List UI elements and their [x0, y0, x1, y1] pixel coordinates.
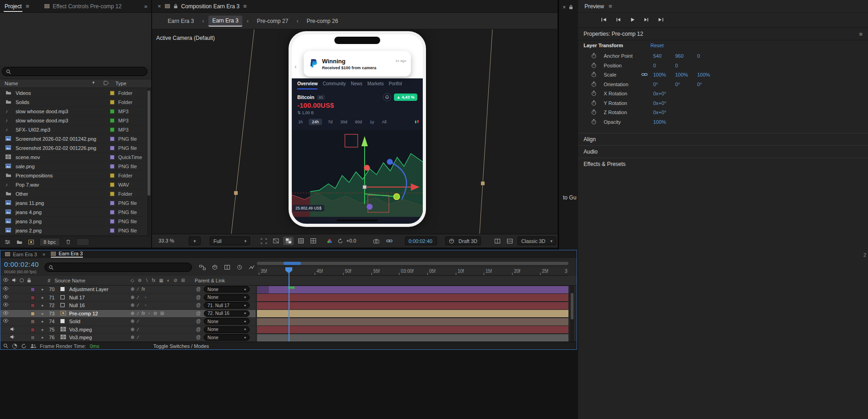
tab-effect-controls[interactable]: Effect Controls Pre-comp 12: [53, 3, 122, 10]
panel-menu-icon[interactable]: ≡: [609, 3, 612, 10]
refresh-icon[interactable]: [21, 343, 27, 349]
column-number[interactable]: #: [48, 278, 50, 283]
tab-project[interactable]: Project: [4, 1, 22, 12]
previous-frame-button[interactable]: [613, 16, 622, 23]
stretch-switch-icon[interactable]: ∕: [137, 327, 138, 332]
link-icon[interactable]: [641, 72, 648, 77]
timeline-tab[interactable]: Earn Era 3: [5, 252, 37, 257]
panel-menu-icon[interactable]: ≡: [859, 31, 863, 38]
eye-toggle[interactable]: [3, 319, 9, 323]
property-value[interactable]: 100%: [697, 72, 710, 77]
label-color-chip[interactable]: [110, 219, 115, 224]
range-pill[interactable]: 1h: [296, 119, 305, 125]
comp-timecode[interactable]: 0:00:02:40: [405, 237, 437, 245]
collapse-switch-icon[interactable]: ⊘: [153, 311, 157, 316]
new-comp-icon[interactable]: [27, 239, 35, 245]
hide-shy-toggle-icon[interactable]: [223, 264, 231, 271]
column-type[interactable]: Type: [115, 81, 126, 86]
layer-duration-bar[interactable]: [257, 326, 568, 333]
stretch-switch-icon[interactable]: ∕: [137, 311, 138, 316]
label-color-chip[interactable]: [110, 146, 115, 150]
layer-row[interactable]: ▸70Adjustment Layer⊕∕fx@None▾: [0, 286, 256, 294]
solo-column-icon[interactable]: [20, 278, 24, 282]
position-switch-icon[interactable]: ⊕: [131, 335, 134, 340]
project-row[interactable]: ♪slow whoose dood.mp3MP3: [0, 116, 147, 125]
pick-whip-icon[interactable]: @: [196, 327, 201, 332]
comp-viewer[interactable]: Active Camera (Default) ‹ Winning 1s ago…: [152, 29, 557, 234]
panel-menu-icon[interactable]: ≡: [26, 3, 29, 10]
project-search-input[interactable]: [2, 67, 147, 76]
breadcrumb-item[interactable]: Earn Era 3: [164, 16, 197, 26]
timeline-scrollbar[interactable]: [570, 286, 574, 342]
region-of-interest-icon[interactable]: [258, 237, 269, 245]
close-icon[interactable]: ×: [562, 4, 566, 11]
channel-wheel-icon[interactable]: [324, 237, 335, 245]
switch-header-icon[interactable]: ∖: [145, 278, 148, 283]
label-color-chip[interactable]: [110, 201, 115, 205]
switch-header-icon[interactable]: ⊞: [181, 278, 185, 283]
resolution-dropdown[interactable]: Full ▾: [210, 237, 250, 245]
cube-switch-icon[interactable]: ▫: [145, 295, 147, 300]
parent-dropdown[interactable]: None▾: [204, 286, 250, 292]
time-ruler[interactable]: 35f45f50f55f03:00f05f10f15f20f25f: [257, 267, 568, 276]
cube-switch-icon[interactable]: ▫: [148, 311, 150, 316]
layer-row[interactable]: ▸74Solid⊕∕@None▾: [0, 318, 256, 326]
layer-name[interactable]: Solid: [69, 319, 127, 324]
property-value[interactable]: 100%: [653, 72, 666, 77]
eye-column-icon[interactable]: [3, 278, 9, 283]
position-switch-icon[interactable]: ⊕: [131, 327, 134, 332]
stretch-switch-icon[interactable]: ∕: [137, 287, 138, 292]
play-button[interactable]: [628, 16, 637, 23]
scrollbar-thumb[interactable]: [571, 293, 573, 320]
switch-header-icon[interactable]: fx: [152, 278, 155, 283]
layer-row[interactable]: ▸71Null 17⊕∕▫@None▾: [0, 294, 256, 302]
parent-dropdown[interactable]: 72. Null 16▾: [204, 310, 250, 317]
label-color-chip[interactable]: [110, 155, 115, 160]
expand-arrow-icon[interactable]: ▸: [42, 335, 44, 340]
label-color-chip[interactable]: [110, 137, 115, 141]
range-pill[interactable]: 24h: [309, 119, 322, 125]
stopwatch-icon[interactable]: [591, 100, 597, 106]
expand-arrow-icon[interactable]: ▸: [42, 311, 44, 316]
label-color-chip[interactable]: [31, 296, 35, 300]
layer-name[interactable]: Vo3.mpeg: [69, 327, 127, 332]
project-row[interactable]: jeans 2.pngPNG file: [0, 226, 147, 235]
position-switch-icon[interactable]: ⊕: [131, 311, 134, 316]
property-value[interactable]: 0: [697, 53, 700, 59]
project-row[interactable]: PrecompositionsFolder: [0, 171, 147, 180]
project-row[interactable]: VideosFolder: [0, 88, 147, 98]
stretch-switch-icon[interactable]: ∕: [137, 319, 138, 324]
exposure-icon[interactable]: [335, 237, 345, 245]
property-value[interactable]: 960: [675, 53, 683, 59]
cube-switch-icon[interactable]: ▫: [145, 303, 147, 308]
column-source-name[interactable]: Source Name: [55, 278, 85, 283]
project-row[interactable]: jeans 4.pngPNG file: [0, 208, 147, 217]
switch-header-icon[interactable]: ⊛: [138, 278, 142, 283]
position-switch-icon[interactable]: ⊕: [131, 319, 134, 324]
switch-header-icon[interactable]: ⊘: [174, 278, 177, 283]
label-color-chip[interactable]: [110, 210, 115, 215]
property-value[interactable]: 540: [653, 53, 661, 59]
transparency-grid-icon[interactable]: [283, 237, 294, 245]
stretch-switch-icon[interactable]: ∕: [137, 295, 138, 300]
parent-dropdown[interactable]: None▾: [204, 326, 250, 333]
label-color-chip[interactable]: [110, 182, 115, 187]
parent-dropdown[interactable]: None▾: [204, 334, 250, 341]
property-value[interactable]: 0: [675, 63, 678, 68]
stopwatch-icon[interactable]: [591, 53, 597, 59]
property-value[interactable]: 0°: [675, 82, 680, 87]
pick-whip-icon[interactable]: @: [196, 335, 201, 340]
interpret-footage-icon[interactable]: [4, 239, 11, 245]
expand-arrow-icon[interactable]: ▸: [42, 319, 44, 324]
layer-row[interactable]: ▸76Vo3.mpeg⊕∕@None▾: [0, 334, 256, 342]
label-color-chip[interactable]: [31, 287, 35, 292]
column-name[interactable]: Name: [5, 81, 18, 86]
range-pill[interactable]: 90d: [353, 119, 364, 125]
label-color-chip[interactable]: [31, 320, 35, 324]
playhead-line[interactable]: [289, 272, 289, 342]
lock-icon[interactable]: [174, 4, 178, 9]
stopwatch-icon[interactable]: [591, 81, 597, 87]
layer-name[interactable]: Pre-comp 12: [69, 311, 127, 316]
breadcrumb-item[interactable]: Pre-comp 27: [253, 16, 292, 26]
show-snapshot-icon[interactable]: [384, 237, 394, 245]
